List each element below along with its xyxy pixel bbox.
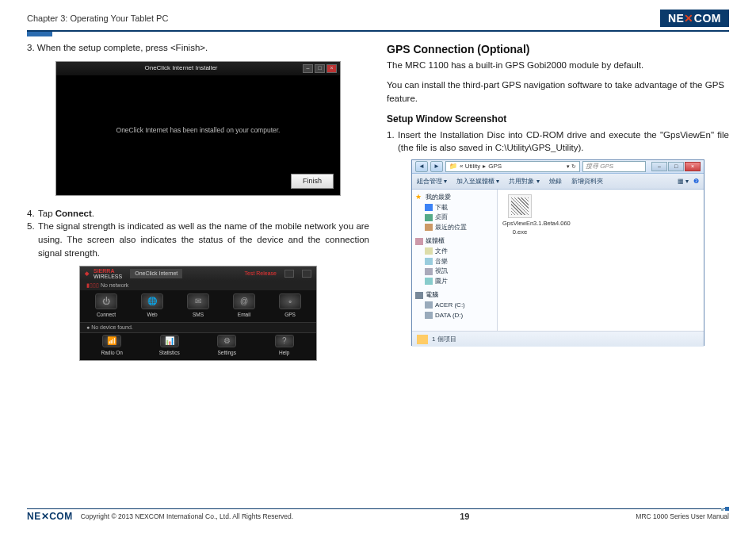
sierra-brand2: WIRELESS (94, 274, 122, 279)
installer-title: OneClick Internet Installer (59, 63, 303, 73)
settings-icon: ⚙ (217, 335, 236, 347)
sierra-row1: ⏻Connect 🌐Web ✉SMS @Email ∘GPS (80, 290, 316, 321)
copyright-text: Copyright © 2013 NEXCOM International Co… (81, 512, 293, 520)
radio-icon: 📶 (102, 335, 121, 347)
connect-icon: ⏻ (95, 293, 117, 309)
sierra-screenshot: ◆ SIERRA WIRELESS OneClick Internet Test… (79, 266, 317, 361)
right-p2: You can install the third-part GPS navig… (387, 79, 729, 105)
r-step1-num: 1. (387, 128, 398, 155)
minimize-icon: – (303, 64, 313, 73)
sms-label: SMS (180, 311, 216, 318)
status-text: 1 個項目 (432, 335, 456, 344)
finish-button: Finish (291, 174, 334, 189)
tree-c0: ACER (C:) (435, 301, 465, 310)
tb1: 加入至媒體櫃 ▾ (456, 177, 499, 186)
header-accent (27, 32, 52, 36)
close-icon: × (326, 64, 337, 73)
tree-lib1: 音樂 (435, 257, 448, 266)
recent-icon (425, 224, 433, 231)
installer-screenshot: OneClick Internet Installer – □ × OneCli… (55, 61, 341, 196)
sierra-nodev: No device found. (91, 324, 133, 330)
installer-body-text: OneClick Internet has been installed on … (56, 125, 340, 135)
tree-lib: 媒體櫃 (426, 236, 445, 246)
tb2: 共用對象 ▾ (509, 177, 539, 186)
favorites-icon: ★ (415, 194, 423, 201)
pictures-icon (425, 278, 433, 285)
section-heading: GPS Connection (Optional) (387, 41, 729, 57)
tree-fav2: 最近的位置 (435, 223, 467, 232)
manual-name: MRC 1000 Series User Manual (636, 512, 729, 520)
tree-fav1: 桌面 (435, 213, 448, 222)
view-icon: ▦ ▾ (678, 177, 689, 186)
desktop-icon (425, 214, 433, 221)
win-close-icon: × (685, 162, 701, 171)
right-column: GPS Connection (Optional) The MRC 1100 h… (387, 41, 729, 361)
sierra-logo-icon: ◆ (85, 270, 89, 278)
web-label: Web (134, 311, 170, 318)
tb3: 燒錄 (549, 177, 562, 186)
gps-icon: ∘ (279, 293, 301, 309)
step4-c: . (92, 209, 94, 218)
exe-file-icon (508, 194, 532, 218)
back-icon: ◄ (415, 161, 428, 172)
file-item: GpsViewEn3.1.Beta4.060 0.exe (502, 194, 537, 237)
gps-label: GPS (272, 311, 308, 318)
sierra-row2: 📶Radio On 📊Statistics ⚙Settings ?Help (80, 333, 316, 358)
step5: 5. The signal strength is indicated as w… (27, 220, 369, 259)
step4-a: Tap (38, 209, 55, 218)
sierra-close-icon (302, 270, 311, 278)
sierra-title: OneClick Internet (130, 269, 182, 278)
videos-icon (425, 268, 433, 275)
drive-c-icon (425, 301, 433, 309)
folder-icon (417, 335, 428, 344)
step3-text: 3. When the setup complete, press <Finis… (27, 41, 369, 55)
footer-logo: NE✕COM (27, 511, 73, 522)
tree-lib0: 文件 (435, 247, 448, 256)
subsection-heading: Setup Window Screenshot (387, 113, 729, 126)
win-max-icon: □ (668, 162, 684, 171)
step5-text: The signal strength is indicated as well… (38, 220, 369, 259)
tree-fav: 我的最愛 (426, 193, 451, 202)
libraries-icon (415, 238, 423, 245)
path-a: « Utility (460, 162, 480, 171)
page-footer: NE✕COM Copyright © 2013 NEXCOM Internati… (27, 508, 729, 522)
sierra-minimize-icon (284, 270, 294, 278)
stats-label: Statistics (151, 349, 188, 356)
email-icon: @ (233, 293, 255, 309)
step4: 4. Tap Connect. (27, 207, 369, 220)
tree-comp: 電腦 (426, 290, 438, 300)
r-step1-text: Insert the Installation Disc into CD-ROM… (398, 128, 729, 155)
step5-num: 5. (27, 220, 38, 259)
win-min-icon: – (651, 162, 667, 171)
step4-b: Connect (55, 209, 92, 218)
header-rule (27, 30, 729, 32)
tb4: 新增資料夾 (571, 177, 603, 186)
left-column: 3. When the setup complete, press <Finis… (27, 41, 369, 361)
email-label: Email (226, 311, 262, 318)
right-p1: The MRC 1100 has a built-in GPS Gobi2000… (387, 59, 729, 72)
tb0: 組合管理 ▾ (417, 177, 447, 186)
chapter-label: Chapter 3: Operating Your Tablet PC (27, 13, 168, 23)
documents-icon (425, 247, 433, 255)
tree-lib3: 圖片 (435, 277, 448, 286)
downloads-icon (425, 204, 433, 211)
tree-c1: DATA (D:) (435, 311, 463, 320)
settings-label: Settings (208, 349, 245, 356)
address-bar: 📁 « Utility ▸ GPS ▾ ↻ (445, 161, 580, 172)
computer-icon (415, 292, 423, 299)
sms-icon: ✉ (187, 293, 209, 309)
page-number: 19 (460, 512, 469, 521)
tree-lib2: 視訊 (435, 266, 448, 276)
explorer-content: GpsViewEn3.1.Beta4.060 0.exe (498, 190, 704, 331)
maximize-icon: □ (315, 64, 325, 73)
radio-label: Radio On (94, 349, 130, 356)
help-icon: ? (275, 335, 294, 347)
step4-num: 4. (27, 207, 38, 220)
forward-icon: ► (430, 161, 443, 172)
explorer-tree: ★我的最愛 下載 桌面 最近的位置 媒體櫃 文件 音樂 視訊 圖片 電腦 (412, 190, 498, 331)
explorer-screenshot: ◄ ► 📁 « Utility ▸ GPS ▾ ↻ 搜尋 GPS – □ × 組… (411, 159, 704, 346)
header-logo: NE✕COM (660, 10, 729, 27)
connect-label: Connect (88, 311, 124, 318)
music-icon (425, 258, 433, 265)
search-field: 搜尋 GPS (582, 161, 646, 172)
